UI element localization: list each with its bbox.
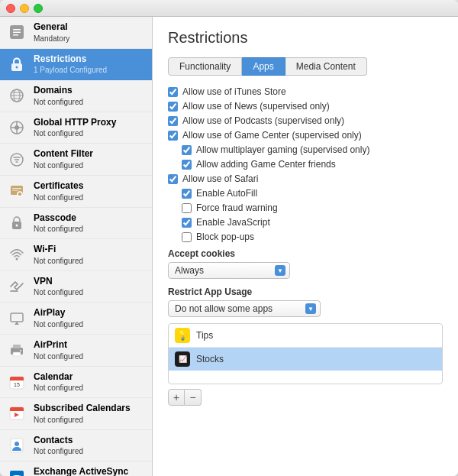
restrict-app-usage-select[interactable]: Do not allow some apps Allow all apps Al… bbox=[168, 300, 321, 317]
sidebar-certs-title: Certificates bbox=[34, 180, 83, 193]
checkbox-news[interactable] bbox=[168, 102, 178, 112]
airplay-icon bbox=[6, 308, 27, 329]
sidebar-item-passcode[interactable]: Passcode Not configured bbox=[0, 208, 152, 240]
sidebar-filter-title: Content Filter bbox=[34, 148, 93, 160]
sidebar-item-restrictions[interactable]: Restrictions 1 Payload Configured bbox=[0, 49, 152, 81]
svg-point-12 bbox=[15, 125, 19, 130]
checkbox-safari-label: Allow use of Safari bbox=[182, 173, 258, 184]
add-app-button[interactable]: + bbox=[168, 389, 185, 406]
check-news: Allow use of News (supervised only) bbox=[168, 101, 443, 112]
sidebar-domains-title: Domains bbox=[34, 85, 83, 97]
svg-rect-19 bbox=[12, 188, 21, 189]
checkbox-javascript[interactable] bbox=[182, 218, 192, 228]
wifi-icon bbox=[6, 244, 27, 265]
tab-media-content[interactable]: Media Content bbox=[285, 57, 367, 76]
checkbox-multiplayer-label: Allow multiplayer gaming (supervised onl… bbox=[196, 144, 369, 155]
checkbox-multiplayer[interactable] bbox=[182, 145, 192, 155]
checkbox-game-center-label: Allow use of Game Center (supervised onl… bbox=[182, 130, 362, 141]
subscribed-calendars-icon bbox=[6, 403, 27, 424]
restrictions-icon bbox=[6, 53, 27, 75]
check-autofill: Enable AutoFill bbox=[168, 188, 443, 199]
checkbox-podcasts[interactable] bbox=[168, 116, 178, 126]
list-controls: + − bbox=[168, 389, 443, 406]
svg-rect-3 bbox=[13, 34, 18, 36]
sidebar-vpn-subtitle: Not configured bbox=[34, 287, 83, 297]
tab-apps[interactable]: Apps bbox=[242, 57, 285, 76]
sidebar-item-exchange[interactable]: E Exchange ActiveSync Not configured bbox=[0, 461, 152, 476]
restrict-app-usage-section: Restrict App Usage Do not allow some app… bbox=[168, 287, 443, 317]
checkbox-popups[interactable] bbox=[182, 232, 192, 242]
sidebar-calendar-subtitle: Not configured bbox=[34, 383, 83, 393]
svg-rect-2 bbox=[13, 32, 21, 34]
sidebar-domains-subtitle: Not configured bbox=[34, 97, 83, 107]
main-content: General Mandatory Restrictions 1 Payload… bbox=[0, 17, 458, 476]
svg-point-39 bbox=[15, 442, 19, 446]
checkbox-podcasts-label: Allow use of Podcasts (supervised only) bbox=[182, 115, 344, 126]
checkbox-autofill[interactable] bbox=[182, 189, 192, 199]
sidebar-general-subtitle: Mandatory bbox=[34, 34, 69, 44]
sidebar-item-calendar[interactable]: 15 Calendar Not configured bbox=[0, 367, 152, 399]
sidebar-item-proxy[interactable]: Global HTTP Proxy Not configured bbox=[0, 112, 152, 144]
checkbox-adding-friends-label: Allow adding Game Center friends bbox=[196, 159, 336, 170]
tab-functionality[interactable]: Functionality bbox=[168, 57, 242, 76]
check-adding-friends: Allow adding Game Center friends bbox=[168, 159, 443, 170]
app-list-item-tips[interactable]: 💡 Tips bbox=[169, 324, 442, 348]
sidebar-item-vpn[interactable]: VPN Not configured bbox=[0, 271, 152, 303]
sidebar-contacts-subtitle: Not configured bbox=[34, 446, 83, 456]
check-game-center: Allow use of Game Center (supervised onl… bbox=[168, 130, 443, 141]
sidebar-wifi-subtitle: Not configured bbox=[34, 256, 83, 266]
tips-app-name: Tips bbox=[196, 330, 213, 341]
sidebar-calendar-title: Calendar bbox=[34, 371, 83, 384]
exchange-icon: E bbox=[6, 467, 27, 476]
checkbox-popups-label: Block pop-ups bbox=[196, 232, 254, 242]
stocks-app-icon: 📈 bbox=[175, 351, 190, 367]
svg-point-5 bbox=[16, 66, 18, 68]
svg-rect-37 bbox=[10, 410, 24, 411]
check-itunes: Allow use of iTunes Store bbox=[168, 86, 443, 97]
checkbox-fraud-warning-label: Force fraud warning bbox=[196, 202, 278, 213]
sidebar-item-airplay[interactable]: AirPlay Not configured bbox=[0, 303, 152, 335]
airprint-icon bbox=[6, 339, 27, 361]
tabs-container: Functionality Apps Media Content bbox=[168, 57, 443, 76]
sidebar-item-content-filter[interactable]: Content Filter Not configured bbox=[0, 144, 152, 176]
sidebar-general-title: General bbox=[34, 21, 69, 34]
checkbox-adding-friends[interactable] bbox=[182, 160, 192, 170]
close-button[interactable] bbox=[6, 4, 15, 13]
sidebar-proxy-subtitle: Not configured bbox=[34, 128, 116, 138]
checkbox-itunes[interactable] bbox=[168, 87, 178, 97]
sidebar-certs-subtitle: Not configured bbox=[34, 193, 83, 202]
sidebar-item-contacts[interactable]: Contacts Not configured bbox=[0, 430, 152, 462]
checkbox-javascript-label: Enable JavaScript bbox=[196, 217, 270, 228]
checkbox-safari[interactable] bbox=[168, 174, 178, 184]
restrict-app-usage-label: Restrict App Usage bbox=[168, 287, 443, 297]
sidebar-exchange-title: Exchange ActiveSync bbox=[34, 466, 128, 476]
check-multiplayer: Allow multiplayer gaming (supervised onl… bbox=[168, 144, 443, 155]
checkboxes-section: Allow use of iTunes Store Allow use of N… bbox=[168, 86, 443, 242]
app-list-item-stocks[interactable]: 📈 Stocks bbox=[169, 348, 442, 371]
sidebar-wifi-title: Wi-Fi bbox=[34, 244, 83, 256]
sidebar-airplay-subtitle: Not configured bbox=[34, 319, 83, 329]
sidebar-airplay-title: AirPlay bbox=[34, 307, 83, 319]
sidebar-item-subscribed-calendars[interactable]: Subscribed Calendars Not configured bbox=[0, 398, 152, 430]
sidebar-item-certificates[interactable]: Certificates Not configured bbox=[0, 176, 152, 208]
accept-cookies-select[interactable]: Always Never From visited sites bbox=[168, 262, 290, 279]
checkbox-news-label: Allow use of News (supervised only) bbox=[182, 101, 330, 112]
sidebar-item-domains[interactable]: Domains Not configured bbox=[0, 80, 152, 112]
minimize-button[interactable] bbox=[20, 4, 29, 13]
svg-rect-33 bbox=[10, 379, 24, 380]
sidebar-passcode-title: Passcode bbox=[34, 212, 83, 225]
sidebar-filter-subtitle: Not configured bbox=[34, 160, 93, 170]
sidebar-airprint-subtitle: Not configured bbox=[34, 351, 83, 361]
checkbox-fraud-warning[interactable] bbox=[182, 203, 192, 213]
sidebar-restrictions-subtitle: 1 Payload Configured bbox=[34, 65, 107, 75]
checkbox-game-center[interactable] bbox=[168, 131, 178, 141]
traffic-lights bbox=[6, 4, 43, 13]
remove-app-button[interactable]: − bbox=[185, 389, 202, 406]
sidebar-item-airprint[interactable]: AirPrint Not configured bbox=[0, 335, 152, 367]
maximize-button[interactable] bbox=[34, 4, 43, 13]
sidebar-item-general[interactable]: General Mandatory bbox=[0, 17, 152, 49]
svg-point-23 bbox=[16, 224, 18, 226]
sidebar-item-wifi[interactable]: Wi-Fi Not configured bbox=[0, 239, 152, 271]
proxy-icon bbox=[6, 117, 27, 138]
filter-icon bbox=[6, 149, 27, 170]
